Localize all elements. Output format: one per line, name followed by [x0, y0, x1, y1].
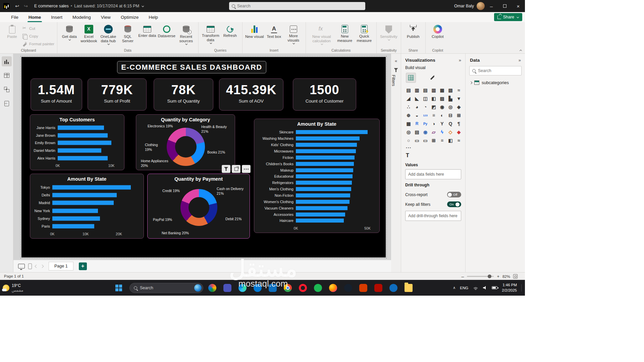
bar[interactable] — [296, 200, 350, 204]
visual-icon-100-stacked-column-chart[interactable]: ▧ — [446, 86, 454, 94]
bar[interactable] — [296, 143, 357, 147]
collapse-ribbon-icon[interactable] — [520, 50, 522, 52]
enter-data-button[interactable]: Enter data — [138, 24, 157, 46]
tray-overflow-icon[interactable]: ∧ — [453, 286, 455, 290]
taskbar-app-steam-icon[interactable] — [344, 284, 353, 292]
visual-icon-r-script-visual[interactable]: R — [413, 120, 421, 128]
taskbar-app-opera-icon[interactable] — [299, 284, 307, 292]
taskbar-app-firefox-icon[interactable] — [329, 284, 337, 292]
tab-file[interactable]: File — [7, 12, 23, 22]
visual-icon-paginated-report[interactable]: ▤ — [413, 128, 421, 136]
recent-sources-button[interactable]: Recent sources — [177, 24, 196, 46]
visual-icon-clustered-bar-chart[interactable]: ▤ — [421, 86, 429, 94]
visual-icon-ribbon-chart[interactable]: ▨ — [438, 95, 446, 103]
bar[interactable] — [296, 162, 354, 166]
visual-icon-kpi[interactable]: ◐ — [438, 111, 446, 119]
taskbar-app-skype-icon[interactable] — [253, 284, 262, 292]
bar[interactable] — [296, 136, 360, 140]
bar[interactable] — [296, 213, 345, 217]
visual-icon-key-influencers[interactable]: ◑ — [430, 120, 438, 128]
taskbar-app-spotify-icon[interactable] — [314, 284, 322, 292]
visual-icon-map[interactable]: ◉ — [438, 103, 446, 111]
zoom-out-icon[interactable]: – — [462, 274, 464, 279]
visual-icon-gauge[interactable]: ◒ — [413, 111, 421, 119]
visual-icon-area-chart[interactable]: ◢ — [405, 95, 413, 103]
visual-icon-decomposition-tree[interactable]: Y — [438, 120, 446, 128]
new-visual-calculation-button[interactable]: New visual calculation — [309, 24, 335, 46]
visual-icon-bullet-chart[interactable]: ▭ — [413, 136, 421, 144]
copy-button[interactable]: Copy — [22, 34, 54, 39]
visual-icon-matrix[interactable]: ▦ — [405, 120, 413, 128]
account-area[interactable]: Omar Baly — [454, 0, 485, 12]
table-view-button[interactable] — [2, 70, 12, 80]
taskbar-app-file-explorer-icon[interactable] — [404, 284, 413, 292]
zoom-in-icon[interactable]: + — [497, 274, 499, 279]
report-canvas[interactable]: E-COMMERCE SALES DASHBOARD 1.54MSum of A… — [13, 54, 391, 260]
bar[interactable] — [296, 130, 368, 134]
text-visual-icon[interactable]: T — [401, 150, 465, 159]
visual-icon-smart-narrative[interactable]: ¶ — [455, 120, 463, 128]
tab-home[interactable]: Home — [24, 12, 46, 22]
taskbar-app-adobe-icon[interactable] — [374, 284, 383, 292]
values-field-well[interactable]: Add data fields here — [405, 169, 461, 179]
clock[interactable]: 1:46 PM 2/2/2025 — [502, 283, 517, 293]
volume-icon[interactable] — [483, 286, 487, 290]
tab-view[interactable]: View — [97, 12, 115, 22]
battery-icon[interactable] — [492, 286, 497, 289]
visual-icon-stacked-column-chart[interactable]: ▥ — [413, 86, 421, 94]
taskbar-app-microsoft-store-icon[interactable] — [268, 284, 277, 292]
kpi-card[interactable]: 779KSum of Profit — [88, 78, 147, 111]
visual-icon-qa-visual[interactable]: Q — [446, 120, 454, 128]
get-more-visuals-icon[interactable]: ··· — [401, 145, 465, 150]
visual-icon-azure-map[interactable]: ⊕ — [405, 111, 413, 119]
bar[interactable] — [58, 133, 108, 137]
visual-amount-by-state[interactable]: Amount By State SkincareWashing Machines… — [254, 119, 380, 233]
show-desktop-divider[interactable] — [521, 284, 522, 292]
cut-button[interactable]: Cut — [22, 26, 54, 31]
new-page-button[interactable]: + — [79, 262, 87, 270]
document-title[interactable]: E commerce sales • Last saved: 10/17/202… — [34, 4, 144, 8]
collapse-pane-icon[interactable]: » — [519, 58, 521, 63]
quick-measure-button[interactable]: Quick measure — [355, 24, 374, 46]
start-button[interactable] — [115, 285, 122, 291]
previous-page-icon[interactable] — [35, 264, 38, 268]
kpi-card[interactable]: 1500Count of Customer — [293, 78, 356, 111]
taskbar-app-teams-icon[interactable] — [223, 284, 232, 292]
tab-insert[interactable]: Insert — [47, 12, 67, 22]
visual-icon-card[interactable]: 123 — [421, 111, 429, 119]
taskbar-app-outlook-icon[interactable] — [389, 284, 398, 292]
avatar[interactable] — [477, 2, 485, 10]
excel-workbook-button[interactable]: Excel workbook — [79, 24, 98, 46]
build-visual-tab[interactable] — [406, 73, 416, 83]
dax-query-view-button[interactable] — [2, 99, 12, 109]
weather-widget[interactable]: 19°C مشمس — [3, 283, 35, 292]
taskbar-app-office-icon[interactable] — [359, 284, 368, 292]
sql-server-button[interactable]: SQL Server — [118, 24, 137, 46]
taskbar-app-photos-icon[interactable] — [208, 284, 217, 292]
bar[interactable] — [296, 168, 353, 172]
onelake-data-hub-button[interactable]: OneLake data hub — [99, 24, 118, 46]
bar[interactable] — [52, 193, 117, 197]
visual-icon-python-visual[interactable]: Py — [421, 120, 429, 128]
visual-icon-multi-row-card[interactable]: ≡ — [430, 111, 438, 119]
visual-amount-by-state-city[interactable]: Amount By State TokyoDelhiMadridNew York… — [30, 174, 144, 239]
report-page[interactable]: E-COMMERCE SALES DASHBOARD 1.54MSum of A… — [21, 57, 386, 257]
dataverse-button[interactable]: Dataverse — [157, 24, 176, 46]
donut-ring[interactable] — [180, 189, 217, 226]
tab-help[interactable]: Help — [144, 12, 162, 22]
zoom-slider[interactable] — [467, 276, 494, 277]
mobile-layout-icon[interactable] — [28, 263, 32, 269]
bar[interactable] — [296, 149, 356, 153]
tab-optimize[interactable]: Optimize — [116, 12, 143, 22]
refresh-button[interactable]: Refresh — [221, 24, 239, 46]
fit-to-page-icon[interactable] — [513, 274, 518, 279]
visual-icon-filled-map[interactable]: ◎ — [446, 103, 454, 111]
new-measure-button[interactable]: New measure — [335, 24, 354, 46]
visual-icon-line-and-clustered-column-chart[interactable]: ◧ — [430, 95, 438, 103]
publish-button[interactable]: Publish — [404, 24, 423, 46]
taskbar-app-edge-icon[interactable] — [238, 284, 247, 292]
page-tab[interactable]: Page 1 — [49, 262, 73, 270]
donut-ring[interactable] — [167, 128, 205, 166]
visual-icon-stacked-bar-chart[interactable]: ▤ — [405, 86, 413, 94]
taskbar-app-chrome-icon[interactable] — [283, 284, 292, 292]
